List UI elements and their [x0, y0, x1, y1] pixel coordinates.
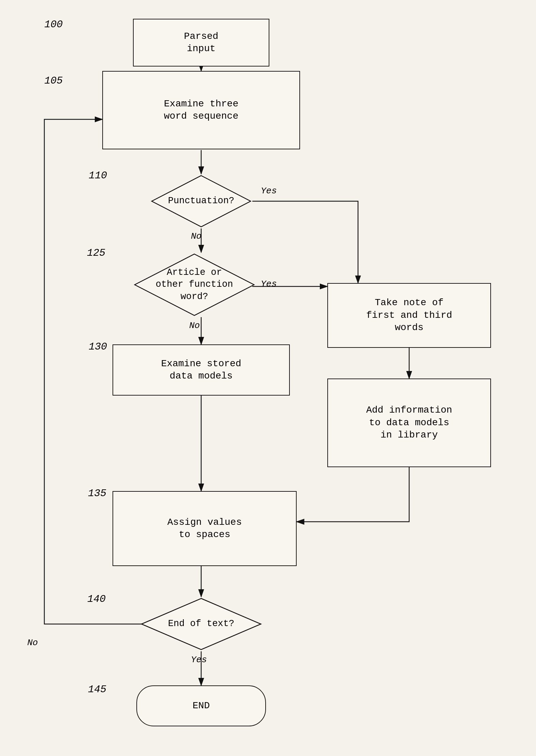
end-of-text-no-label: No [27, 638, 38, 648]
flowchart-diagram: 100 Parsedinput 105 Examine threeword se… [0, 0, 536, 756]
step-110-label: 110 [89, 170, 107, 181]
node-add-information: Add informationto data modelsin library [327, 379, 491, 467]
step-130-label: 130 [89, 341, 107, 353]
punctuation-no-label: No [191, 231, 202, 241]
node-punctuation: Punctuation? [150, 174, 252, 228]
node-end: END [136, 685, 266, 726]
article-no-label: No [189, 321, 200, 331]
step-100-label: 100 [44, 19, 63, 30]
step-135-label: 135 [88, 488, 106, 499]
node-end-of-text: End of text? [140, 597, 263, 651]
node-examine-stored: Examine storeddata models [113, 344, 290, 396]
end-of-text-yes-label: Yes [191, 655, 207, 665]
node-examine-three-word: Examine threeword sequence [102, 71, 300, 149]
article-yes-label: Yes [261, 279, 277, 289]
punctuation-yes-label: Yes [261, 186, 277, 196]
node-assign-values: Assign valuesto spaces [113, 491, 297, 566]
node-parsed-input: Parsedinput [133, 19, 269, 66]
step-145-label: 145 [88, 684, 106, 695]
step-140-label: 140 [87, 593, 106, 605]
node-take-note: Take note offirst and thirdwords [327, 283, 491, 348]
step-105-label: 105 [44, 75, 63, 87]
node-article-or-other: Article orother functionword? [133, 252, 256, 317]
step-125-label: 125 [87, 247, 105, 259]
